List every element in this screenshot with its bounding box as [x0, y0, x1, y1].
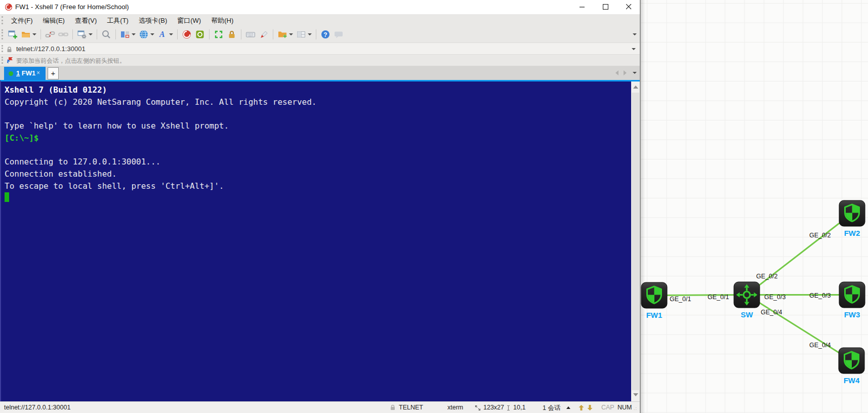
- add-session-flag-icon[interactable]: [6, 57, 13, 66]
- find-icon[interactable]: [100, 28, 112, 40]
- device-sw[interactable]: [734, 282, 760, 308]
- xshell-launch-icon[interactable]: [181, 28, 193, 40]
- layout-caret-icon[interactable]: [132, 33, 136, 35]
- sessions-expand-icon[interactable]: [566, 406, 570, 409]
- notice-bar: 要添加当前会话，点击左侧的箭头按钮。: [0, 55, 640, 66]
- open-sessions-caret-icon[interactable]: [32, 33, 36, 35]
- font-icon[interactable]: A: [156, 28, 169, 40]
- link-fw1-sw[interactable]: [654, 295, 747, 296]
- terminal-line: [5, 144, 317, 156]
- port-label: GE_0/4: [761, 309, 782, 316]
- port-label: GE_0/3: [809, 292, 831, 299]
- status-bar: telnet://127.0.0.1:30001 TELNET xterm 12…: [0, 401, 640, 413]
- maximize-icon[interactable]: [594, 0, 616, 14]
- terminal-scrollbar[interactable]: [631, 80, 640, 401]
- menu-item-tools[interactable]: 工具(T): [102, 14, 134, 27]
- port-label: GE_0/2: [756, 273, 777, 280]
- encoding-globe-icon[interactable]: [138, 28, 150, 40]
- session-properties-caret-icon[interactable]: [89, 33, 93, 35]
- link-sw-fw2[interactable]: [747, 214, 852, 295]
- status-protocol[interactable]: TELNET: [399, 404, 423, 411]
- scroll-up-icon[interactable]: [633, 86, 638, 89]
- menu-item-edit[interactable]: 编辑(E): [38, 14, 70, 27]
- status-url: telnet://127.0.0.1:30001: [4, 404, 70, 411]
- tab-scroll-right-icon[interactable]: [624, 70, 627, 75]
- port-label: GE_0/1: [708, 294, 729, 301]
- minimize-icon[interactable]: [571, 0, 593, 14]
- terminal[interactable]: Xshell 7 (Build 0122)Copyright (c) 2020 …: [0, 80, 631, 401]
- highlight-pen-icon[interactable]: [258, 28, 270, 40]
- network-topology-canvas[interactable]: FW1SWFW2FW3FW4 GE_0/1GE_0/1GE_0/2GE_0/2G…: [641, 0, 868, 413]
- status-sessions[interactable]: 1 会话: [543, 404, 560, 412]
- xshell-window: FW1 - Xshell 7 (Free for Home/School) 文件…: [0, 0, 641, 413]
- scroll-to-top-icon[interactable]: [578, 404, 585, 412]
- scrollbar-thumb[interactable]: [632, 93, 639, 390]
- terminal-line: Type `help' to learn how to use Xshell p…: [5, 120, 317, 132]
- device-fw2[interactable]: [839, 200, 865, 226]
- address-bar[interactable]: telnet://127.0.0.1:30001: [0, 43, 640, 55]
- xshell-spiral-icon: [5, 3, 13, 13]
- device-label-fw3: FW3: [844, 310, 860, 319]
- close-icon[interactable]: [617, 0, 640, 14]
- scroll-to-bottom-icon[interactable]: [587, 404, 593, 412]
- tab-bar: 1 FW1 × +: [0, 66, 640, 80]
- port-label: GE_0/1: [670, 296, 691, 303]
- toolbar-overflow-caret-icon[interactable]: [633, 33, 637, 35]
- terminal-line: Connecting to 127.0.0.1:30001...: [5, 156, 317, 168]
- tab-list-caret-icon[interactable]: [633, 72, 637, 74]
- address-caret-icon[interactable]: [632, 48, 636, 50]
- font-caret-icon[interactable]: [169, 33, 173, 35]
- layout-icon[interactable]: [119, 28, 131, 40]
- status-size-icon: [475, 405, 481, 412]
- window-shadow: [641, 0, 645, 413]
- feedback-icon[interactable]: [333, 28, 345, 40]
- help-icon[interactable]: ?: [319, 28, 332, 40]
- svg-text:?: ?: [323, 31, 327, 38]
- xftp-launch-icon[interactable]: [194, 28, 206, 40]
- toolbar: A ?: [0, 26, 640, 43]
- menu-item-window[interactable]: 窗口(W): [172, 14, 206, 27]
- scroll-down-icon[interactable]: [633, 393, 638, 396]
- resize-grip[interactable]: .:: [634, 406, 637, 411]
- menu-item-tabs[interactable]: 选项卡(B): [134, 14, 172, 27]
- address-url[interactable]: telnet://127.0.0.1:30001: [16, 45, 86, 53]
- terminal-line: Copyright (c) 2020 NetSarang Computer, I…: [5, 96, 317, 108]
- menu-item-help[interactable]: 帮助(H): [206, 14, 238, 27]
- device-fw3[interactable]: [839, 282, 865, 308]
- disconnect-icon[interactable]: [44, 28, 56, 40]
- tab-close-icon[interactable]: ×: [36, 69, 40, 76]
- tab-label: 1 FW1: [16, 69, 35, 77]
- device-fw4[interactable]: [839, 348, 864, 374]
- new-file-transfer-caret-icon[interactable]: [289, 33, 293, 35]
- menu-item-view[interactable]: 查看(V): [70, 14, 102, 27]
- device-label-sw: SW: [740, 310, 753, 319]
- encoding-caret-icon[interactable]: [150, 33, 154, 35]
- new-session-icon[interactable]: [7, 28, 19, 40]
- new-tab-button[interactable]: +: [48, 67, 59, 79]
- address-lock-icon: [6, 46, 13, 55]
- terminal-line: To escape to local shell, press 'Ctrl+Al…: [5, 180, 317, 192]
- new-file-transfer-icon[interactable]: [276, 28, 288, 40]
- menu-item-file[interactable]: 文件(F): [6, 14, 38, 27]
- lock-screen-icon[interactable]: [226, 28, 238, 40]
- topology-diagram: FW1SWFW2FW3FW4 GE_0/1GE_0/1GE_0/2GE_0/2G…: [641, 0, 868, 413]
- tab-fw1[interactable]: 1 FW1 ×: [4, 67, 46, 80]
- tab-scroll-left-icon[interactable]: [615, 70, 618, 75]
- virtual-keyboard-icon[interactable]: [244, 28, 257, 40]
- link-sw-fw4[interactable]: [747, 295, 852, 361]
- device-label-fw2: FW2: [844, 229, 860, 237]
- port-label: GE_0/2: [809, 232, 831, 239]
- tile-windows-caret-icon[interactable]: [308, 33, 312, 35]
- terminal-output: Xshell 7 (Build 0122)Copyright (c) 2020 …: [5, 84, 317, 204]
- reconnect-icon[interactable]: [57, 28, 69, 40]
- fullscreen-icon[interactable]: [213, 28, 225, 40]
- connected-status-dot: [9, 71, 13, 76]
- address-grip: [2, 45, 5, 52]
- open-sessions-icon[interactable]: [20, 28, 32, 40]
- tile-windows-icon[interactable]: [295, 28, 307, 40]
- session-properties-icon[interactable]: [76, 28, 88, 40]
- status-terminal-size[interactable]: 123x27: [483, 404, 504, 411]
- title-bar: FW1 - Xshell 7 (Free for Home/School): [0, 0, 640, 14]
- status-term-type[interactable]: xterm: [447, 404, 463, 411]
- menu-bar: 文件(F)编辑(E)查看(V)工具(T)选项卡(B)窗口(W)帮助(H): [0, 14, 640, 26]
